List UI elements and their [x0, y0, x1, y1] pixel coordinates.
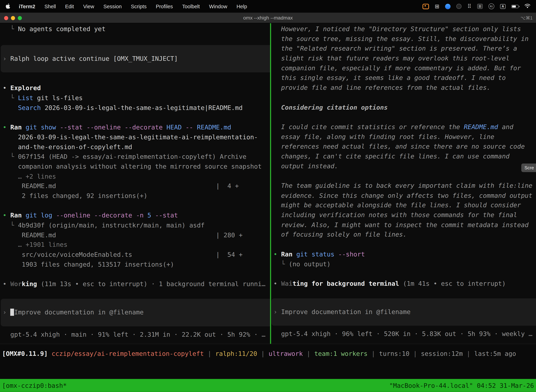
text-segment: └ — [3, 222, 18, 229]
menu-item-scripts[interactable]: Scripts — [131, 3, 147, 9]
terminal-line: and-the-erosion-of-copyleft.md — [3, 142, 270, 152]
terminal-line: provide file and line references from th… — [273, 83, 536, 93]
menu-bar-status-icons: ⊞ ⠿ 8 61 A — [422, 3, 531, 9]
menu-item-window[interactable]: Window — [209, 3, 227, 9]
text-segment: Improve documentation in @filename — [14, 308, 144, 316]
text-segment — [22, 124, 26, 131]
text-segment: Ran — [10, 212, 22, 219]
terminal-line: › Improve documentation in @filename — [273, 307, 536, 317]
text-segment: evidence. Since this change only affects… — [273, 192, 532, 199]
text-segment: 1903 files changed, 513517 insertions(+) — [3, 261, 174, 268]
window-shortcut-hint: ⌥⌘1 — [521, 13, 532, 23]
menu-item-help[interactable]: Help — [237, 3, 247, 9]
terminal-line: evidence. Since this change only affects… — [273, 191, 536, 201]
text-segment — [292, 250, 296, 258]
text-segment: last:5m ago — [474, 350, 516, 357]
terminal-line: README.md | 4 + — [3, 182, 270, 191]
keycap-icon[interactable]: 8 — [477, 4, 483, 9]
text-segment: (11m 13s • esc to interrupt) · 1 backgro… — [37, 280, 265, 288]
terminal-line: • Ran git show --stat --oneline --decora… — [3, 123, 270, 132]
input-source-icon[interactable]: A — [500, 4, 506, 9]
text-segment — [10, 308, 14, 316]
dark-app-icon[interactable] — [456, 4, 462, 9]
left-terminal-pane[interactable]: └ No agents completed yet› Ralph loop ac… — [0, 23, 270, 344]
terminal-line: companion file, especially if more comme… — [273, 63, 536, 73]
blank-line — [273, 269, 274, 279]
text-segment: • — [273, 250, 281, 258]
terminal-line: └ (no output) — [273, 259, 536, 269]
text-segment: of focusing solely on file lines. — [273, 231, 407, 238]
terminal-line: 2026-03-09-is-legal-the-same-as-legitima… — [3, 132, 270, 142]
text-segment: ultrawork — [268, 350, 303, 357]
text-segment: Ralph loop active continue [OMX_TMUX_INJ… — [10, 55, 178, 62]
window-title: omx --xhigh --madmax — [0, 13, 536, 23]
text-segment: | — [368, 350, 379, 357]
dots-grid-icon[interactable]: ⠿ — [467, 4, 471, 9]
text-segment: README.md — [197, 124, 231, 131]
terminal-line: output instead. — [273, 161, 536, 171]
text-segment: git ls-files — [33, 94, 83, 102]
prompt-input[interactable]: › Improve documentation in @filename — [1, 299, 270, 326]
text-segment: └ — [3, 25, 18, 33]
text-segment: Considering citation options — [273, 104, 388, 111]
text-segment — [3, 104, 18, 111]
menu-item-toolbelt[interactable]: Toolbelt — [182, 3, 200, 9]
text-segment: -n — [136, 212, 147, 219]
terminal-line: └ List git ls-files — [3, 93, 270, 103]
menu-item-shell[interactable]: Shell — [44, 3, 56, 9]
omx-status-line: [OMX#0.11.9] cczip/essay/ai-reimplementa… — [0, 344, 536, 379]
text-segment: session:12m — [421, 350, 463, 357]
menu-bar-left: iTerm2ShellEditViewSessionScriptsProfile… — [5, 3, 256, 9]
text-segment: (1m 41s • esc to interrupt) — [399, 280, 506, 287]
terminal-line: the source tree, missing the essay. Stil… — [273, 34, 536, 44]
window-title-bar[interactable]: omx --xhigh --madmax ⌥⌘1 — [0, 13, 536, 23]
text-segment: --stat — [155, 212, 178, 219]
blank-line — [3, 270, 3, 280]
battery-percent-gauge-icon[interactable]: 61 — [488, 3, 494, 9]
menu-item-profiles[interactable]: Profiles — [156, 3, 173, 9]
menu-item-iterm2[interactable]: iTerm2 — [19, 3, 35, 9]
prompt-input[interactable]: › Improve documentation in @filename — [271, 298, 536, 326]
terminal-line: gpt-5.4 xhigh · 96% left · 520K in · 5.8… — [273, 329, 536, 339]
screen: iTerm2ShellEditViewSessionScriptsProfile… — [0, 0, 536, 392]
text-segment: | — [257, 350, 268, 357]
battery-icon[interactable] — [511, 5, 519, 8]
terminal-line: Search 2026-03-09-is-legal-the-same-as-l… — [3, 103, 270, 113]
text-segment: companion file, especially if more comme… — [273, 65, 521, 72]
text-segment: However, I noticed the "Directory Struct… — [273, 25, 521, 33]
menu-item-view[interactable]: View — [83, 3, 94, 9]
text-segment: | — [204, 350, 215, 357]
blue-app-icon[interactable] — [445, 4, 450, 9]
text-segment: slight risk that future readers may over… — [273, 55, 509, 62]
text-segment: --short — [338, 250, 365, 258]
window-grid-icon[interactable]: ⊞ — [435, 4, 439, 9]
tmux-session-info[interactable]: [omx-cczip0:bash* — [2, 382, 67, 389]
text-segment: I could cite commit statistics or refere… — [273, 123, 464, 130]
text-segment: 2 files changed, 92 insertions(+) — [3, 192, 148, 199]
blank-line — [3, 201, 3, 211]
text-segment: | — [303, 350, 314, 357]
screen-recording-icon[interactable] — [422, 4, 429, 9]
text-segment: • — [273, 280, 281, 287]
right-terminal-pane[interactable]: However, I noticed the "Directory Struct… — [271, 23, 536, 344]
menu-item-session[interactable]: Session — [103, 3, 122, 9]
terminal-line: review. Also, I might want to inspect th… — [273, 220, 536, 230]
terminal-line: … +1901 lines — [3, 240, 270, 250]
text-segment: [OMX#0.11.9] — [2, 350, 52, 357]
text-segment: | 54 + — [216, 251, 243, 258]
wifi-icon[interactable] — [524, 3, 531, 9]
menu-item-edit[interactable]: Edit — [65, 3, 74, 9]
terminal-line: 1903 files changed, 513517 insertions(+) — [3, 260, 270, 270]
text-segment: including verification notes with those … — [273, 211, 517, 219]
text-segment: the "Related research writing" section i… — [273, 45, 517, 52]
menu-bar: iTerm2ShellEditViewSessionScriptsProfile… — [0, 0, 536, 13]
screen-overlay-tooltip[interactable]: Scre — [522, 163, 536, 172]
battery-fill — [512, 5, 516, 7]
terminal-line: changes, I can't cite specific file line… — [273, 152, 536, 161]
text-segment: companion analysis without altering the … — [3, 163, 262, 170]
apple-menu-icon[interactable] — [5, 3, 10, 9]
text-segment: • — [3, 84, 10, 92]
terminal-line: slight risk that future readers may over… — [273, 54, 536, 63]
text-segment: | 4 + — [216, 182, 239, 190]
text-segment: review. Also, I might want to inspect th… — [273, 221, 529, 228]
